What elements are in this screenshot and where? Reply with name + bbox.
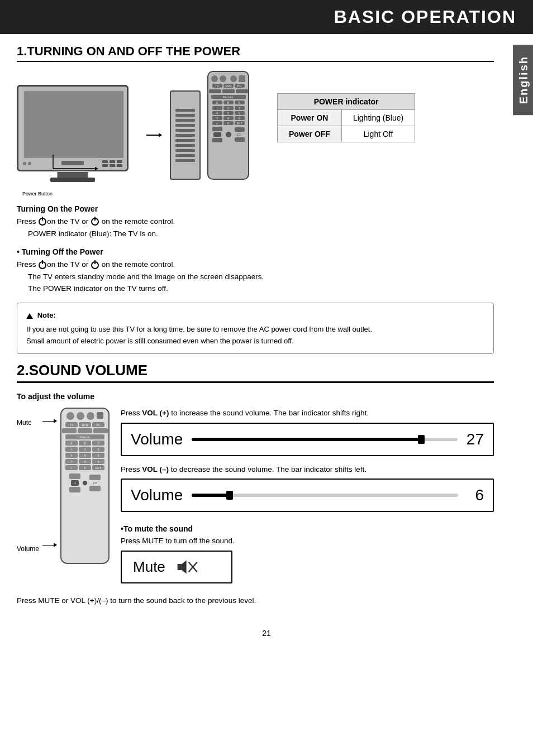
tv-speakers [23,162,31,165]
mute-remote-label: Mute [17,419,39,427]
note-box: Note: If you are not going to use this T… [17,303,494,354]
section2-title: 2.SOUND VOLUME [17,362,494,383]
remote-small: TV DVD PC Favorite A B C 123 456 [60,408,110,564]
page-number: 21 [0,623,533,649]
vol-down-indicator [226,491,233,500]
vol-down-fill [192,494,231,497]
vol-up-indicator [418,435,425,444]
remote-arrow-lines [42,408,57,564]
tv-illustration: Power Button [17,85,140,197]
note-title-text: Note: [37,311,56,319]
power-indicator-header: POWER indicator [278,94,415,110]
vol-up-text: Press VOL (+) to increase the sound volu… [121,408,494,419]
vol-up-instruction: Press VOL (+) to increase the sound volu… [121,408,494,456]
note-line1: If you are not going to use this TV for … [26,324,484,336]
power-icon-remote1 [91,218,99,226]
turning-on-section: Turning On the Power Press on the TV or … [17,204,494,240]
power-off-value: Light Off [341,126,415,142]
adjust-volume-title: To adjust the volume [17,392,494,401]
side-panel-illustration [170,90,201,180]
svg-marker-2 [95,167,98,170]
turning-on-line2: POWER indicator (Blue): The TV is on. [28,228,494,240]
vol-up-display: Volume 27 [121,423,494,456]
volume-section: Mute Volume [17,408,494,583]
power-on-label: Power ON [278,110,342,126]
vol-down-track [192,494,458,497]
vol-up-fill [192,438,423,441]
turning-off-title: • Turning Off the Power [17,247,494,256]
vol-up-track [192,438,457,441]
page-header: BASIC OPERATION [0,0,533,34]
mute-label: Mute [133,558,165,576]
note-title: Note: [26,310,484,322]
bottom-note: Press MUTE or VOL (+)/(–) to turn the so… [17,595,494,607]
mute-title: •To mute the sound [121,524,494,533]
power-off-label: Power OFF [278,126,342,142]
tv-screen [24,91,123,158]
vol-down-display: Volume 6 [121,479,494,512]
page-title: BASIC OPERATION [334,7,516,27]
turning-off-line1: Press on the TV or on the remote control… [17,259,494,271]
turning-off-line3: The POWER indicator on the TV turns off. [28,283,494,295]
note-line2: Small amount of electric power is still … [26,336,484,347]
note-triangle-icon [26,313,33,319]
power-button-label: Power Button [22,191,53,197]
power-icon-remote2 [91,261,99,269]
vol-down-label: Volume [131,486,183,504]
mute-speaker-icon [177,557,199,577]
power-icon-tv2 [39,261,46,269]
remote-volume-area: Mute Volume [17,408,110,564]
svg-rect-5 [177,564,182,570]
mute-section: •To mute the sound Press MUTE to turn of… [121,524,494,583]
svg-marker-4 [159,133,162,137]
remote-labels: Mute Volume [17,408,39,564]
turning-on-line1: Press on the TV or on the remote control… [17,216,494,228]
mute-display: Mute [121,551,232,583]
vol-down-text: Press VOL (–) to decrease the sound volu… [121,464,494,475]
bottom-note-text: Press MUTE or VOL (+)/(–) to turn the so… [17,595,494,607]
vol-up-number: 27 [467,430,484,448]
power-table: POWER indicator Power ON Lighting (Blue)… [277,93,415,142]
section1-title: 1.TURNING ON AND OFF THE POWER [17,44,494,62]
svg-marker-6 [182,560,186,573]
vol-down-number: 6 [467,486,484,504]
tv-arrows [50,152,106,181]
vol-down-instruction: Press VOL (–) to decrease the sound volu… [121,464,494,512]
volume-remote-label: Volume [17,545,39,553]
arrow-connector [146,90,163,180]
mute-instruction: Press MUTE to turn off the sound. [121,537,494,545]
power-icon-tv1 [39,218,46,226]
english-tab: English [513,45,533,115]
turning-off-section: • Turning Off the Power Press on the TV … [17,247,494,295]
volume-displays: Press VOL (+) to increase the sound volu… [121,408,494,583]
power-indicator-section: POWER indicator Power ON Lighting (Blue)… [266,76,415,142]
power-on-value: Lighting (Blue) [341,110,415,126]
turning-off-line2: The TV enters standby mode and the image… [28,271,494,283]
vol-up-label: Volume [131,430,183,448]
remote-illustration-s1: TV DVD PC Favorite A B C [207,71,249,180]
turning-on-title: Turning On the Power [17,204,494,213]
